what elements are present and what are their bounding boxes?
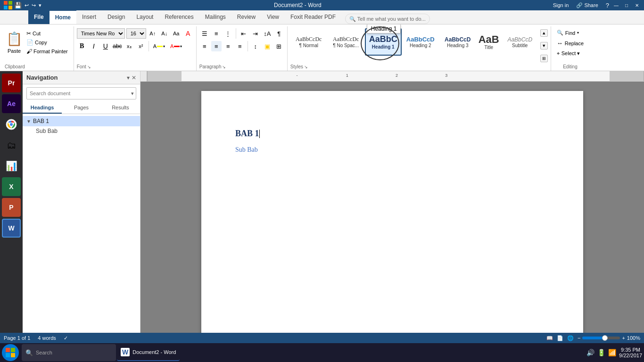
style-heading3[interactable]: AaBbCcD Heading 3 [439,28,476,56]
taskbar-clock[interactable]: 9:35 PM 9/22/2017 [619,347,642,358]
network-icon[interactable]: 📶 [608,349,616,356]
zoom-in-btn[interactable]: + [622,335,625,341]
align-left-btn[interactable]: ≡ [199,41,210,51]
tab-design[interactable]: Design [102,10,131,24]
proofing-icon[interactable]: ✓ [64,335,68,341]
italic-btn[interactable]: I [89,41,99,51]
style-normal[interactable]: AaBbCcDc ¶ Normal [290,28,327,56]
app-explorer[interactable]: 🗂 [2,136,21,155]
quick-save[interactable]: 💾 [14,2,22,9]
nav-item-bab1[interactable]: ▼ BAB 1 [23,116,140,126]
document-page[interactable]: BAB 1 Sub Bab [201,91,583,333]
tell-me-input[interactable]: 🔍 Tell me what you want to do... [345,14,430,24]
font-size-select[interactable]: 16 [126,28,146,39]
bold-btn[interactable]: B [77,41,87,51]
underline-btn[interactable]: U [100,41,111,51]
highlight-dropdown[interactable]: ▾ [163,44,165,49]
font-expand-icon[interactable]: ↘ [87,65,91,69]
document-scroll[interactable]: BAB 1 Sub Bab [140,82,644,333]
nav-item-subbab[interactable]: Sub Bab [23,126,140,136]
tab-layout[interactable]: Layout [131,10,159,24]
line-spacing-btn[interactable]: ↕ [250,41,261,51]
clear-format-btn[interactable]: A [183,28,193,39]
numbering-btn[interactable]: ≡ [211,28,222,39]
subscript-btn[interactable]: x₂ [124,41,134,51]
view-print-btn[interactable]: 📄 [557,335,563,341]
nav-tab-headings[interactable]: Headings [23,102,62,114]
nav-tab-results[interactable]: Results [101,102,140,114]
select-button[interactable]: ⌖ Select ▾ [554,49,583,58]
font-name-select[interactable]: Times New Ro [77,28,125,39]
change-case-btn[interactable]: Aa [171,28,182,39]
view-read-btn[interactable]: 📖 [546,335,553,341]
format-painter-button[interactable]: 🖌 Format Painter [25,47,70,56]
nav-collapse-bab1[interactable]: ▼ [26,119,31,124]
sort-btn[interactable]: ↕A [262,28,272,39]
view-web-btn[interactable]: 🌐 [567,335,574,341]
text-highlight-btn[interactable]: A ▾ [151,41,167,51]
paragraph-expand-icon[interactable]: ↘ [222,65,226,69]
tab-home[interactable]: Home [50,10,76,24]
app-chrome[interactable] [2,115,21,134]
search-input[interactable] [27,88,129,99]
sign-in-btn[interactable]: Sign in [553,2,569,8]
styles-expand-icon[interactable]: ↘ [304,65,308,69]
zoom-slider[interactable] [582,337,620,339]
app-ae[interactable]: Ae [2,94,21,113]
bullets-btn[interactable]: ☰ [199,28,210,39]
quick-undo[interactable]: ↩ [25,2,29,8]
decrease-font-btn[interactable]: A↓ [159,28,170,39]
increase-font-btn[interactable]: A↑ [148,28,158,39]
maximize-btn[interactable]: □ [623,2,630,8]
app-git[interactable]: 📊 [2,156,21,175]
quick-customize[interactable]: ▾ [39,2,41,8]
style-title[interactable]: AaB Title [477,28,501,56]
styles-scroll-down[interactable]: ▼ [540,42,548,49]
style-heading2[interactable]: AaBbCcD Heading 2 [402,28,439,56]
tab-review[interactable]: Review [231,10,261,24]
replace-button[interactable]: ↔ Replace [554,38,586,48]
tab-file[interactable]: File [28,10,50,24]
decrease-indent-btn[interactable]: ⇤ [239,28,249,39]
align-right-btn[interactable]: ≡ [223,41,233,51]
tab-insert[interactable]: Insert [76,10,102,24]
style-subtitle[interactable]: AaBbCcD Subtitle [502,28,538,56]
app-excel[interactable]: X [2,177,21,196]
help-icon[interactable]: ? [606,2,609,9]
tab-references[interactable]: References [159,10,199,24]
styles-more[interactable]: ⊞ [540,55,548,62]
close-btn[interactable]: ✕ [634,2,640,8]
shading-btn[interactable]: ▣ [262,41,272,51]
tab-mailings[interactable]: Mailings [199,10,231,24]
tab-foxit[interactable]: Foxit Reader PDF [285,10,341,24]
increase-indent-btn[interactable]: ⇥ [250,28,261,39]
styles-scroll-up[interactable]: ▲ [540,29,548,37]
cut-button[interactable]: ✂ Cut [25,29,70,38]
borders-btn[interactable]: ⊞ [274,41,284,51]
volume-icon[interactable]: 🔊 [586,349,594,356]
navigation-options-btn[interactable]: ▾ [127,74,130,81]
quick-redo[interactable]: ↪ [32,2,36,8]
battery-icon[interactable]: 🔋 [597,349,605,356]
app-word[interactable]: W [2,219,21,238]
justify-btn[interactable]: ≡ [235,41,245,51]
show-formatting-btn[interactable]: ¶ [274,28,284,39]
navigation-close-btn[interactable]: ✕ [132,74,136,81]
style-no-space[interactable]: AaBbCcDc ¶ No Spac... [328,28,364,56]
taskbar-search[interactable]: 🔍 Search [22,344,116,361]
windows-logo[interactable] [4,1,12,9]
start-button[interactable] [2,344,19,361]
font-color-dropdown[interactable]: ▾ [180,44,182,49]
copy-button[interactable]: 📄 Copy [25,38,70,47]
multilevel-btn[interactable]: ⋮ [223,28,233,39]
minimize-btn[interactable]: — [613,2,619,8]
search-dropdown-btn[interactable]: ▾ [129,90,136,97]
superscript-btn[interactable]: x² [136,41,146,51]
app-premiere[interactable]: Pr [2,74,21,92]
document-heading[interactable]: BAB 1 [235,129,549,139]
taskbar-word[interactable]: W Document2 - Word [117,344,180,361]
align-center-btn[interactable]: ≡ [211,41,222,51]
document-subheading[interactable]: Sub Bab [235,146,549,154]
app-powerpoint[interactable]: P [2,198,21,217]
zoom-out-btn[interactable]: − [578,335,580,341]
